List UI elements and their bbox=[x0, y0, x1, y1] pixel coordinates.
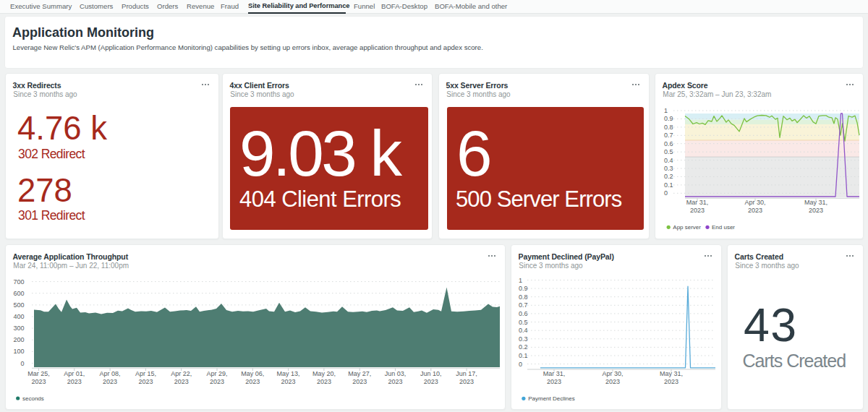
svg-text:0.6: 0.6 bbox=[519, 310, 528, 317]
svg-text:Jun 03,: Jun 03, bbox=[385, 370, 407, 377]
svg-text:0.2: 0.2 bbox=[664, 173, 673, 180]
svg-text:Jun 10,: Jun 10, bbox=[420, 370, 442, 377]
svg-text:0.1: 0.1 bbox=[519, 352, 528, 359]
svg-text:End user: End user bbox=[712, 224, 735, 231]
svg-text:0.3: 0.3 bbox=[664, 165, 673, 172]
svg-text:700: 700 bbox=[13, 278, 24, 286]
svg-text:0.5: 0.5 bbox=[519, 319, 528, 326]
svg-text:App server: App server bbox=[673, 224, 701, 231]
svg-text:2023: 2023 bbox=[664, 378, 678, 385]
svg-text:0.1: 0.1 bbox=[664, 181, 673, 189]
svg-text:Mar 31,: Mar 31, bbox=[543, 370, 566, 377]
svg-text:2023: 2023 bbox=[210, 378, 224, 385]
svg-text:Mar 31,: Mar 31, bbox=[686, 199, 709, 206]
svg-text:2023: 2023 bbox=[690, 207, 705, 214]
svg-text:100: 100 bbox=[13, 348, 24, 355]
svg-text:0.8: 0.8 bbox=[664, 124, 673, 131]
svg-text:1: 1 bbox=[664, 107, 668, 114]
svg-text:Apr 01,: Apr 01, bbox=[64, 370, 85, 377]
svg-text:Apr 08,: Apr 08, bbox=[100, 370, 121, 377]
svg-text:0.3: 0.3 bbox=[519, 335, 528, 343]
svg-text:500: 500 bbox=[13, 301, 24, 309]
svg-text:Apr 15,: Apr 15, bbox=[135, 370, 156, 377]
svg-text:0.5: 0.5 bbox=[664, 148, 673, 155]
svg-text:0.2: 0.2 bbox=[519, 343, 528, 351]
svg-text:May 31,: May 31, bbox=[660, 370, 683, 377]
svg-text:2023: 2023 bbox=[103, 378, 117, 385]
svg-text:0.8: 0.8 bbox=[519, 293, 528, 301]
svg-text:2023: 2023 bbox=[317, 378, 331, 385]
svg-text:Payment Declines: Payment Declines bbox=[528, 395, 574, 402]
svg-text:2023: 2023 bbox=[174, 378, 189, 385]
svg-text:200: 200 bbox=[13, 336, 24, 343]
svg-text:2023: 2023 bbox=[605, 378, 620, 385]
svg-text:300: 300 bbox=[13, 325, 24, 332]
svg-text:2023: 2023 bbox=[67, 378, 82, 385]
svg-text:600: 600 bbox=[13, 290, 24, 297]
svg-text:0.9: 0.9 bbox=[664, 115, 673, 122]
svg-text:2023: 2023 bbox=[748, 207, 762, 214]
svg-text:0: 0 bbox=[519, 361, 522, 368]
svg-text:0.4: 0.4 bbox=[519, 327, 528, 334]
svg-text:2023: 2023 bbox=[245, 378, 260, 385]
svg-text:May 27,: May 27, bbox=[348, 370, 371, 377]
svg-text:2023: 2023 bbox=[459, 378, 474, 385]
svg-text:May 31,: May 31, bbox=[804, 199, 827, 206]
svg-text:0: 0 bbox=[664, 189, 668, 197]
svg-text:400: 400 bbox=[13, 313, 24, 320]
svg-text:2023: 2023 bbox=[352, 378, 367, 385]
svg-text:Apr 30,: Apr 30, bbox=[744, 199, 765, 206]
svg-text:2023: 2023 bbox=[809, 207, 823, 214]
svg-text:May 13,: May 13, bbox=[277, 370, 300, 377]
svg-text:0.7: 0.7 bbox=[664, 132, 673, 139]
svg-text:2023: 2023 bbox=[547, 378, 561, 385]
svg-text:0.7: 0.7 bbox=[519, 301, 528, 309]
svg-text:2023: 2023 bbox=[31, 378, 46, 385]
svg-text:1: 1 bbox=[519, 277, 522, 284]
svg-text:Jun 17,: Jun 17, bbox=[456, 370, 477, 377]
svg-text:0.4: 0.4 bbox=[664, 157, 673, 164]
svg-text:Apr 30,: Apr 30, bbox=[602, 370, 623, 377]
svg-text:May 06,: May 06, bbox=[241, 370, 264, 377]
svg-text:0.6: 0.6 bbox=[664, 140, 673, 147]
svg-text:Apr 29,: Apr 29, bbox=[206, 370, 227, 377]
svg-text:Apr 22,: Apr 22, bbox=[171, 370, 192, 377]
svg-text:May 20,: May 20, bbox=[312, 370, 336, 377]
svg-text:Mar 25,: Mar 25, bbox=[27, 370, 50, 377]
svg-text:0.9: 0.9 bbox=[519, 285, 528, 292]
svg-text:0: 0 bbox=[20, 360, 24, 367]
svg-text:seconds: seconds bbox=[22, 395, 44, 402]
svg-text:2023: 2023 bbox=[424, 378, 438, 385]
svg-text:2023: 2023 bbox=[281, 378, 296, 385]
svg-text:2023: 2023 bbox=[388, 378, 402, 385]
svg-text:2023: 2023 bbox=[138, 378, 153, 385]
